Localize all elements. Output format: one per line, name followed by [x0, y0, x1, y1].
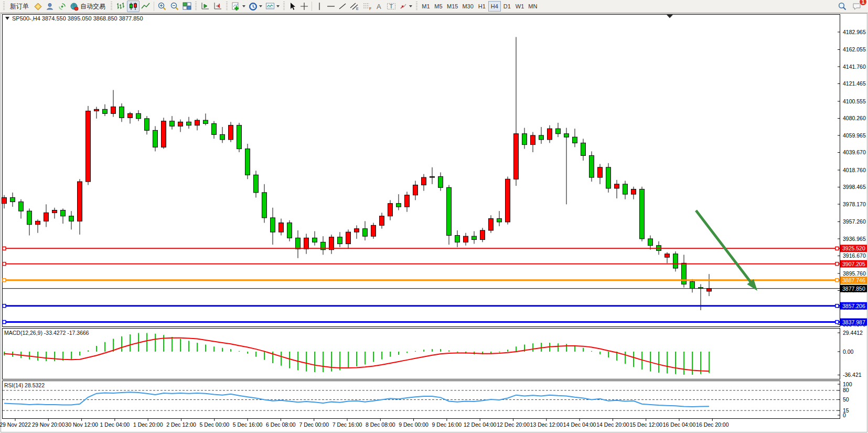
- price-tick-label: 4018.760: [843, 167, 866, 173]
- toolbar-separator: [312, 2, 312, 11]
- toolbar-grip[interactable]: [195, 2, 197, 11]
- arrows-tool[interactable]: [398, 1, 414, 12]
- chart-canvas[interactable]: 4182.9654162.0554141.7604121.4654100.555…: [0, 13, 868, 433]
- candle-down: [296, 238, 301, 249]
- candle-up: [506, 179, 510, 222]
- price-line-label-text: 3887.746: [842, 277, 865, 283]
- tile-windows-button[interactable]: [181, 1, 193, 12]
- candle-down: [237, 125, 242, 149]
- chart-shift-button[interactable]: [211, 1, 224, 12]
- notifications-button[interactable]: 1: [851, 1, 864, 12]
- text-label-tool[interactable]: T: [385, 1, 398, 12]
- periods-button[interactable]: [247, 1, 264, 12]
- line-anchor-marker[interactable]: [3, 304, 6, 308]
- line-anchor-marker[interactable]: [835, 279, 839, 282]
- time-tick-label: 29 Nov 2022: [0, 421, 31, 428]
- time-tick-label: 9 Dec 16:00: [432, 421, 462, 428]
- price-tick-label: 4100.555: [843, 98, 866, 104]
- candle-down: [212, 124, 217, 135]
- timeframe-h1[interactable]: H1: [476, 1, 488, 12]
- timeframe-m15[interactable]: M15: [445, 1, 460, 12]
- timeframe-h4[interactable]: H4: [488, 1, 501, 12]
- svg-text:F: F: [369, 7, 371, 10]
- candle-down: [187, 122, 191, 125]
- timeframe-m1[interactable]: M1: [420, 1, 432, 12]
- candle-up: [329, 237, 334, 250]
- fibonacci-icon: F: [362, 2, 372, 10]
- price-line-label-text: 3907.205: [842, 261, 865, 267]
- zoom-out-button[interactable]: [168, 1, 181, 12]
- timeframe-mn[interactable]: MN: [526, 1, 539, 12]
- time-tick-label: 7 Dec 00:00: [299, 421, 329, 428]
- trendline-tool[interactable]: [337, 1, 348, 12]
- candle-up: [464, 236, 468, 242]
- collapse-triangle-icon[interactable]: [5, 17, 9, 20]
- chevron-down-icon[interactable]: [409, 5, 412, 7]
- toolbar-grip[interactable]: [283, 2, 285, 11]
- line-anchor-marker[interactable]: [835, 321, 839, 324]
- vertical-line-tool[interactable]: [314, 1, 325, 12]
- toolbar-grip[interactable]: [3, 2, 5, 11]
- candle-up: [36, 221, 40, 224]
- time-tick-label: 14 Dec 04:00: [563, 421, 596, 428]
- timeframe-m30[interactable]: M30: [460, 1, 475, 12]
- signals-button[interactable]: [56, 1, 68, 12]
- toolbar-grip[interactable]: [111, 2, 112, 11]
- templates-button[interactable]: [264, 1, 281, 12]
- user-icon: [46, 2, 55, 11]
- crosshair-button[interactable]: [298, 1, 310, 12]
- price-tick-label: 3957.260: [843, 218, 866, 225]
- candle-down: [556, 129, 561, 134]
- candle-down: [438, 176, 443, 187]
- autotrade-button[interactable]: 自动交易: [68, 1, 109, 12]
- time-tick-label: 6 Dec 08:00: [266, 421, 296, 428]
- cursor-arrow-icon: [288, 2, 297, 10]
- accounts-button[interactable]: [44, 1, 56, 12]
- line-anchor-marker[interactable]: [3, 262, 6, 266]
- timeframe-toolbar: M1M5M15M30H1H4D1W1MN: [420, 1, 539, 12]
- line-anchor-marker[interactable]: [3, 321, 6, 324]
- toolbar-grip[interactable]: [416, 2, 417, 11]
- indicators-button[interactable]: [230, 1, 247, 12]
- cursor-button[interactable]: [287, 1, 298, 12]
- chart-title-text: SP500-,H4 3874.550 3895.050 3868.850 387…: [12, 15, 143, 22]
- line-anchor-marker[interactable]: [835, 247, 839, 250]
- line-anchor-marker[interactable]: [3, 279, 6, 282]
- auto-scroll-button[interactable]: [199, 1, 211, 12]
- line-chart-button[interactable]: [140, 1, 152, 12]
- time-tick-label: 15 Dec 12:00: [629, 421, 662, 428]
- candlestick-chart-button[interactable]: [127, 1, 140, 12]
- time-tick-label: 14 Dec 20:00: [596, 421, 629, 428]
- autotrade-label: 自动交易: [79, 2, 107, 11]
- candle-up: [514, 134, 519, 179]
- text-a-icon: A: [376, 2, 383, 10]
- price-line-label: 3877.850: [840, 285, 867, 292]
- price-line-label-text: 3877.850: [842, 286, 865, 292]
- line-anchor-marker[interactable]: [835, 262, 839, 266]
- timeframe-m5[interactable]: M5: [432, 1, 445, 12]
- bar-chart-button[interactable]: [114, 1, 127, 12]
- chevron-down-icon[interactable]: [259, 5, 262, 7]
- timeframe-d1[interactable]: D1: [501, 1, 513, 12]
- search-button[interactable]: [836, 1, 849, 12]
- fibonacci-tool[interactable]: F: [361, 1, 373, 12]
- text-label-icon: T: [387, 2, 396, 10]
- candle-down: [648, 239, 653, 246]
- line-anchor-marker[interactable]: [835, 304, 839, 308]
- new-order-button[interactable]: 新订单: [7, 1, 32, 12]
- chevron-down-icon[interactable]: [276, 5, 280, 7]
- price-tick-label: 3895.760: [843, 270, 866, 277]
- text-tool[interactable]: A: [373, 1, 385, 12]
- line-anchor-marker[interactable]: [3, 247, 6, 250]
- candle-down: [539, 135, 544, 140]
- toolbar-grip[interactable]: [226, 2, 228, 11]
- price-line-label: 3925.520: [840, 245, 867, 252]
- price-tick-label: 4059.965: [843, 132, 866, 139]
- channel-tool[interactable]: E: [348, 1, 361, 12]
- horizontal-line-tool[interactable]: [325, 1, 337, 12]
- market-watch-button[interactable]: [32, 1, 44, 12]
- price-line-label: 3857.206: [840, 302, 867, 310]
- timeframe-w1[interactable]: W1: [513, 1, 527, 12]
- chevron-down-icon[interactable]: [242, 5, 245, 7]
- zoom-in-button[interactable]: [156, 1, 168, 12]
